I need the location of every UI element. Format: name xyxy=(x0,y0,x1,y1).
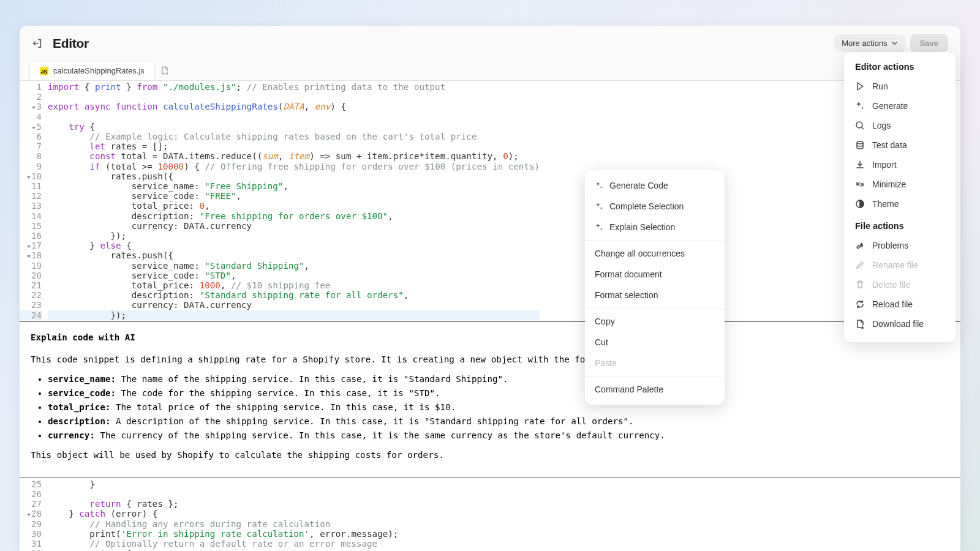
ctx-complete-selection[interactable]: Complete Selection xyxy=(585,196,725,217)
explain-bullet: description: A description of the shippi… xyxy=(48,414,949,428)
explain-intro: This code snippet is defining a shipping… xyxy=(31,353,949,366)
gutter-bottom: 25262728 29303132 3334 xyxy=(20,478,48,551)
play-icon xyxy=(855,81,865,91)
theme-icon xyxy=(855,199,865,209)
dd-minimize[interactable]: Minimize xyxy=(844,174,956,194)
trash-icon xyxy=(855,280,865,290)
new-file-icon[interactable] xyxy=(160,66,170,75)
ctx-cut[interactable]: Cut xyxy=(585,332,725,353)
file-tab-row: JS calculateShippingRates.js xyxy=(20,61,960,80)
gutter-top: 1234 5678 9101112 13141516 17181920 2122… xyxy=(20,81,48,321)
explain-bullet: service_name: The name of the shipping s… xyxy=(48,372,949,386)
sparkle-icon xyxy=(595,223,603,231)
explain-bullet: service_code: The code for the shipping … xyxy=(48,386,949,400)
explain-bullet: currency: The currency of the shipping s… xyxy=(48,429,949,442)
svg-point-1 xyxy=(857,141,863,144)
ctx-explain-selection[interactable]: Explain Selection xyxy=(585,217,725,238)
code-content-bottom: } return { rates }; } catch (error) { //… xyxy=(48,478,398,551)
pencil-icon xyxy=(855,260,865,270)
dd-generate[interactable]: Generate xyxy=(844,96,956,116)
explain-title: Explain code with AI xyxy=(31,331,949,344)
dd-problems[interactable]: Problems xyxy=(844,236,956,255)
more-actions-button[interactable]: More actions xyxy=(834,34,905,52)
dd-theme[interactable]: Theme xyxy=(844,194,956,214)
js-badge-icon: JS xyxy=(40,67,48,75)
file-tab[interactable]: JS calculateShippingRates.js xyxy=(29,61,155,80)
ctx-change-occurrences[interactable]: Change all occurrences xyxy=(585,243,725,264)
editor-window: Editor More actions Save JS calculateShi… xyxy=(20,26,960,551)
exit-icon[interactable] xyxy=(32,38,43,49)
separator xyxy=(585,376,725,377)
file-tab-label: calculateShippingRates.js xyxy=(53,66,145,75)
save-button[interactable]: Save xyxy=(910,34,948,52)
dropdown-section-editor: Editor actions xyxy=(844,61,956,77)
explain-bullet: total_price: The total price of the ship… xyxy=(48,400,949,414)
database-icon xyxy=(855,140,865,150)
code-editor[interactable]: 1234 5678 9101112 13141516 17181920 2122… xyxy=(20,80,960,551)
explain-outro: This object will be used by Shopify to c… xyxy=(31,448,949,462)
file-download-icon xyxy=(855,319,865,329)
dd-import[interactable]: Import xyxy=(844,155,956,174)
ctx-copy[interactable]: Copy xyxy=(585,311,725,332)
ai-explain-panel: Explain code with AI This code snippet i… xyxy=(20,321,960,478)
page-title: Editor xyxy=(53,36,89,51)
dropdown-section-file: File actions xyxy=(844,220,956,236)
search-icon xyxy=(855,121,865,130)
ctx-format-selection[interactable]: Format selection xyxy=(585,285,725,305)
dd-run[interactable]: Run xyxy=(844,77,956,96)
dd-download-file[interactable]: Download file xyxy=(844,314,956,334)
code-content-top: import { print } from "./modules.js"; //… xyxy=(48,81,540,321)
sparkle-icon xyxy=(595,202,603,211)
download-icon xyxy=(855,160,865,170)
sparkle-icon xyxy=(595,181,603,190)
minimize-icon xyxy=(855,179,865,189)
ctx-format-document[interactable]: Format document xyxy=(585,264,725,285)
separator xyxy=(585,240,725,241)
ctx-paste: Paste xyxy=(585,353,725,373)
dd-delete-file: Delete file xyxy=(844,275,956,294)
separator xyxy=(585,308,725,309)
more-actions-dropdown: Editor actions Run Generate Logs Test da… xyxy=(844,52,956,342)
dd-rename-file: Rename file xyxy=(844,255,956,275)
context-menu: Generate Code Complete Selection Explain… xyxy=(585,170,725,405)
ctx-generate-code[interactable]: Generate Code xyxy=(585,175,725,196)
dd-logs[interactable]: Logs xyxy=(844,116,956,135)
reload-icon xyxy=(855,299,865,309)
sparkle-icon xyxy=(855,101,865,111)
wrench-icon xyxy=(855,241,865,250)
more-actions-label: More actions xyxy=(842,39,887,48)
dd-test-data[interactable]: Test data xyxy=(844,135,956,155)
svg-point-0 xyxy=(856,122,862,128)
chevron-down-icon xyxy=(891,40,898,47)
ctx-command-palette[interactable]: Command Palette xyxy=(585,379,725,400)
topbar: Editor More actions Save xyxy=(20,26,960,58)
dd-reload-file[interactable]: Reload file xyxy=(844,294,956,314)
